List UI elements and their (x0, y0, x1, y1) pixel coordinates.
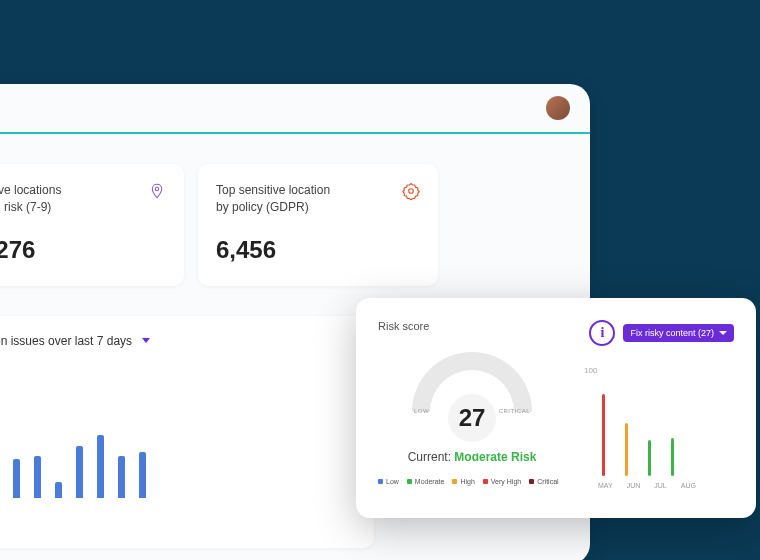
open-issues-card: Open issues over last 7 days 100 50 (0, 316, 374, 548)
stats-row: tive Sensitive locationsby high risk (7-… (0, 164, 590, 286)
chart-title: Open issues over last 7 days (0, 334, 132, 348)
bar (625, 423, 628, 476)
y-tick: 100 (584, 366, 597, 375)
bar (55, 482, 62, 498)
topbar (0, 84, 590, 132)
stat-label: Sensitive locationsby high risk (7-9) (0, 182, 61, 216)
stat-card-top-policy[interactable]: Top sensitive locationby policy (GDPR) 6… (198, 164, 438, 286)
bar (118, 456, 125, 498)
stat-label: Top sensitive locationby policy (GDPR) (216, 182, 330, 216)
bar (13, 459, 20, 498)
gauge-score: 27 (448, 394, 496, 442)
gauge-high-label: CRITICAL (499, 408, 530, 414)
legend: Low Moderate High Very High Critical (378, 478, 566, 485)
risk-score-popup: Risk score LOW CRITICAL 27 Current: Mode… (356, 298, 756, 518)
chevron-down-icon (719, 331, 727, 335)
avatar[interactable] (546, 96, 570, 120)
bar (34, 456, 41, 498)
gauge-low-label: LOW (414, 408, 429, 414)
bar (97, 435, 104, 497)
popup-title: Risk score (378, 320, 566, 332)
badge-icon (402, 182, 420, 200)
chevron-down-icon (142, 338, 150, 343)
button-label: Fix risky content (27) (630, 328, 714, 338)
location-pin-icon (148, 182, 166, 200)
bar (139, 452, 146, 498)
trend-chart: 100 (584, 366, 734, 476)
info-icon[interactable]: i (589, 320, 615, 346)
filter-header[interactable]: Open issues over last 7 days (0, 334, 356, 348)
svg-point-0 (155, 187, 158, 190)
svg-point-1 (409, 189, 414, 194)
bar (671, 438, 674, 477)
divider-accent (0, 132, 590, 134)
x-axis: MAY JUN JUL AUG (584, 482, 734, 489)
gauge: LOW CRITICAL 27 Current: Moderate Risk (378, 352, 566, 464)
stat-value: 16,276 (0, 236, 61, 264)
stat-card-high-risk[interactable]: Sensitive locationsby high risk (7-9) 16… (0, 164, 184, 286)
bar (76, 446, 83, 498)
bar (602, 394, 605, 477)
stat-value: 6,456 (216, 236, 330, 264)
fix-risky-content-button[interactable]: Fix risky content (27) (623, 324, 734, 342)
bar (648, 440, 651, 476)
